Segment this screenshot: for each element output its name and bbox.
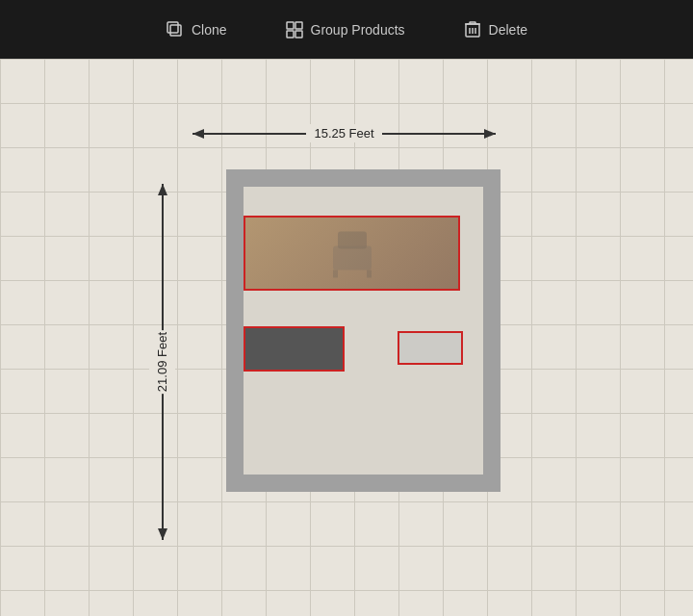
svg-rect-15 (333, 246, 372, 270)
svg-rect-0 (170, 25, 181, 36)
toolbar: Clone Group Products Delete (0, 0, 693, 59)
group-products-label: Group Products (311, 22, 405, 38)
svg-rect-17 (333, 270, 338, 278)
furniture-desk-surface (245, 218, 458, 289)
svg-marker-11 (192, 129, 204, 139)
clone-button[interactable]: Clone (156, 14, 237, 45)
svg-marker-13 (158, 184, 167, 195)
svg-rect-2 (287, 22, 294, 29)
delete-icon (463, 20, 482, 39)
delete-button[interactable]: Delete (453, 14, 537, 45)
delete-label: Delete (489, 22, 527, 38)
furniture-small-item[interactable] (398, 331, 463, 365)
svg-rect-1 (167, 22, 178, 33)
clone-icon (166, 20, 185, 39)
furniture-desk[interactable] (244, 216, 460, 291)
canvas[interactable]: 15.25 Feet 21.09 Feet (0, 59, 693, 616)
furniture-cabinet[interactable] (244, 326, 345, 372)
horizontal-dimension: 15.25 Feet (192, 124, 496, 142)
horizontal-dimension-label: 15.25 Feet (306, 124, 381, 142)
group-products-icon (285, 20, 304, 39)
svg-rect-16 (338, 232, 367, 249)
svg-rect-18 (367, 270, 372, 278)
svg-rect-4 (287, 31, 294, 38)
svg-rect-3 (295, 22, 302, 29)
svg-marker-12 (484, 129, 496, 139)
group-products-button[interactable]: Group Products (275, 14, 415, 45)
clone-label: Clone (192, 22, 227, 38)
vertical-dimension: 21.09 Feet (149, 184, 175, 540)
svg-marker-14 (158, 528, 167, 540)
svg-rect-5 (295, 31, 302, 38)
vertical-dimension-label: 21.09 Feet (149, 330, 175, 394)
room (226, 169, 500, 492)
